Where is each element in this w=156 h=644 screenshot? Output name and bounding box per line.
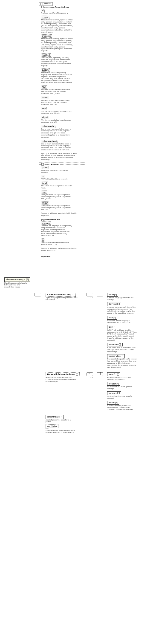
model-group-ref: ConceptDefinitionGroup− [46,293,76,297]
element-name: name+ [107,293,118,297]
attribute-group: −grp i18nAttributesxml:langSpecifies the… [39,220,85,253]
attribute-item: creatoruriIf the attribute is empty, spe… [41,34,84,52]
element-name: related+ [107,401,119,405]
attribute-desc: The local identifier of the property. [41,12,73,14]
root-type-desc: Flexible person data type for both contr… [4,282,30,288]
attribute-item: typeuriThe type of the concept assigned … [41,201,84,211]
expand-icon[interactable]: + [119,344,121,346]
group-footer: A group of attributes associated with fl… [41,212,80,216]
attribute-name: typeuri [41,201,49,204]
any-wildcard-attr: any ##other [39,255,52,258]
element-name: remoteInfo+ [107,343,123,347]
attribute-item: customIf set to true the corresponding p… [41,68,84,84]
expand-icon[interactable]: + [117,303,120,306]
attribute-name: pubconstrainturi [41,140,58,143]
attribute-item: idThe local identifier of the property. [41,9,84,14]
expand-icon[interactable]: + [117,373,119,376]
element-item: broader+An identifier of a more generic … [107,382,137,390]
minus-icon: − [41,163,44,166]
element-name: facet+ [107,325,117,329]
element-name: hierarchyInfo+ [107,354,125,358]
attribute-item: xml:langSpecifies the language of this p… [41,222,84,237]
expand-icon[interactable]: + [114,294,117,296]
expand-icon[interactable]: + [113,316,116,319]
attribute-name: dir [41,238,45,242]
element-item: personDetails+A set of properties specif… [46,415,137,423]
attribute-desc: The directionality of textual content (e… [41,242,73,246]
attribute-desc: A URI which identifies a concept. [41,178,73,180]
expand-icon[interactable]: + [114,326,116,328]
sequence-connector [87,293,93,296]
attribute-name: pubconstraint [41,125,55,128]
group-prefix: grp [44,6,47,8]
attribute-item: howIndicates by which means the value wa… [41,85,84,95]
element-item: definition+A natural language definition… [107,302,137,314]
attribute-desc: Indicates by which means the value was e… [41,100,73,106]
group-header: −grp flexAttributes [41,163,60,166]
expand-icon[interactable]: − [72,294,74,296]
attribute-desc: Indicates by which means the value was e… [41,89,73,95]
group-header: −grp i18nAttributes [41,219,60,221]
element-desc: A set of properties specific to a person [46,419,75,423]
attribute-name: qcode [41,166,49,169]
expand-icon[interactable]: + [116,402,118,404]
attribute-item: literalA free-text value assigned as pro… [41,182,84,189]
attribute-name: literal [41,182,48,185]
any-wildcard-elem: any ##other [46,424,58,428]
attribute-desc: The type of the concept assigned as cont… [41,194,73,200]
sequence-connector [35,293,41,296]
element-desc: Additional natural language information … [107,320,137,324]
attribute-item: creatorIf the attribute is empty, specif… [41,16,84,33]
element-name: note+ [107,316,117,320]
expand-icon[interactable]: + [121,355,123,357]
attribute-item: pubconstrainturiOne or many constraints … [41,140,84,151]
attribute-desc: One or many constraints that apply to pu… [41,143,73,151]
element-name: broader+ [107,382,120,386]
attribute-desc: If set to true the corresponding propert… [41,72,73,84]
attribute-name: howuri [41,96,49,99]
attribute-desc: One or many constraints that apply to pu… [41,128,73,138]
minus-icon: − [41,219,44,221]
attribute-item: modifiedThe date (and, optionally, the t… [41,54,84,67]
root-type-box: FlexPersonPropType − [4,278,30,282]
choice-connector [97,372,103,376]
expand-icon[interactable]: + [117,392,120,394]
element-desc: A related concept, where the relationshi… [107,405,137,411]
attribute-group: −grp commonPowerAttributesidThe local id… [39,7,85,162]
attribute-name: creator [41,16,49,19]
element-desc: A natural language name for the concept. [107,297,137,301]
attribute-item: whyuriWhy the metadata has been included… [41,116,84,123]
expand-icon[interactable]: − [26,278,29,281]
attribute-name: why [41,107,47,110]
expand-icon[interactable]: + [116,383,118,385]
element-desc: Extension point for provider-defined pro… [46,430,75,434]
group-prefix: grp [44,163,47,165]
attribute-item: whyWhy the metadata has been included - … [41,107,84,115]
element-name: narrower+ [107,391,121,395]
expand-icon[interactable]: + [60,416,62,418]
group-name: i18nAttributes [47,219,60,221]
group-name: commonPowerAttributes [47,6,69,8]
attribute-desc: Specifies the language of this property … [41,225,73,237]
model-group-desc: A group of properties required to indica… [46,376,78,382]
group-prefix: grp [44,219,47,221]
model-group-desc: A group of properties required to define… [46,297,78,301]
element-desc: In NAR 1.8 and later, facet is deprecate… [107,329,137,341]
attribute-desc: A free-text value assigned as property v… [41,185,73,189]
root-type-name: FlexPersonPropType [6,278,25,280]
attributes-header: − attributes [39,2,53,6]
choice-connector [97,293,103,296]
element-item: narrower+An identifier of a more specifi… [107,391,137,400]
attribute-item: howuriIndicates by which means the value… [41,96,84,106]
element-item: name+A natural language name for the con… [107,293,137,301]
group-name: flexAttributes [47,163,59,165]
attribute-name: xml:lang [41,222,51,225]
expand-icon[interactable]: − [76,373,78,376]
sequence-connector [87,372,93,376]
element-name: definition+ [107,302,121,306]
element-item: remoteInfo+A link to an item or a web re… [107,343,137,353]
model-group-ref: ConceptRelationshipsGroup− [46,372,80,376]
attribute-group: −grp flexAttributesqcodeA qualified code… [39,164,85,218]
attribute-item: dirThe directionality of textual content… [41,238,84,246]
group-header: −grp commonPowerAttributes [41,6,70,8]
